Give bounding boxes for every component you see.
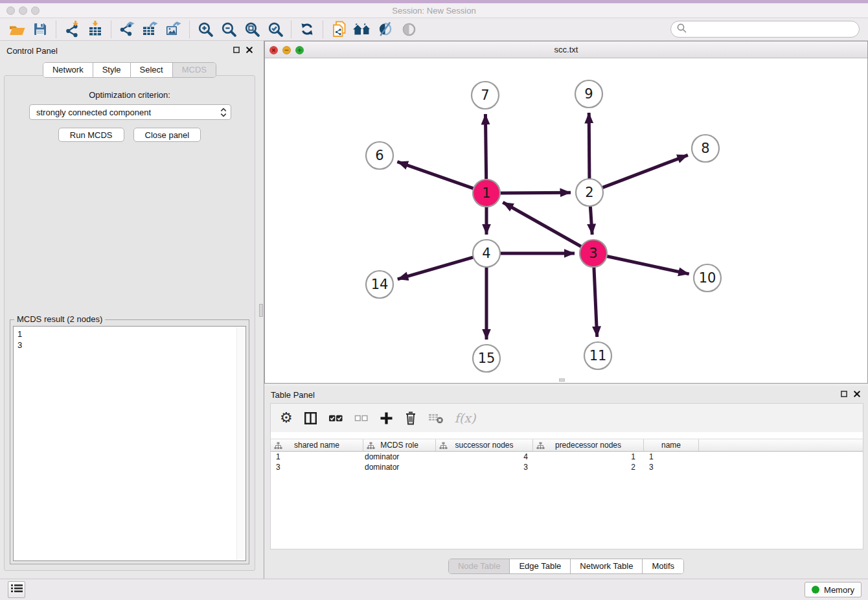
graph-edge-2-3[interactable]: [590, 205, 592, 235]
export-table-icon[interactable]: [139, 19, 162, 40]
function-builder-icon[interactable]: f(x): [455, 411, 476, 425]
search-input[interactable]: [691, 25, 853, 34]
run-mcds-button[interactable]: Run MCDS: [58, 128, 124, 142]
save-session-icon[interactable]: [29, 19, 52, 40]
graph-node-9[interactable]: 9: [575, 80, 602, 108]
apply-layout-icon[interactable]: [295, 19, 319, 40]
tab-network[interactable]: Network: [43, 63, 93, 77]
mcds-result-title: MCDS result (2 nodes): [14, 314, 105, 324]
cell-shared-name: 3: [271, 463, 363, 473]
mcds-panel: Optimization criterion: strongly connect…: [4, 75, 255, 571]
close-panel-icon[interactable]: [246, 47, 253, 53]
select-all-columns-icon[interactable]: [328, 411, 343, 425]
zoom-in-icon[interactable]: [194, 19, 217, 40]
tab-style[interactable]: Style: [93, 63, 130, 77]
graph-edge-3-10[interactable]: [606, 256, 689, 274]
open-session-icon[interactable]: [5, 19, 29, 40]
show-panels-menu-button[interactable]: [8, 581, 25, 598]
birds-eye-icon[interactable]: [397, 19, 420, 40]
graph-node-2[interactable]: 2: [576, 179, 603, 206]
result-scrollbar[interactable]: [236, 327, 245, 560]
svg-text:15: 15: [478, 351, 496, 366]
table-row[interactable]: 1dominator411: [271, 452, 863, 463]
column-header-shared-name[interactable]: shared name: [271, 439, 363, 451]
toolbar-separator: [323, 21, 323, 38]
close-panel-button[interactable]: Close panel: [133, 128, 201, 142]
criterion-select[interactable]: strongly connected component: [29, 104, 231, 120]
svg-text:1: 1: [482, 185, 490, 201]
hide-graphics-details-icon[interactable]: [374, 19, 397, 40]
node-table: ⚙f(x) shared nameMCDS rolesuccessor node…: [270, 403, 863, 549]
tab-motifs[interactable]: Motifs: [642, 559, 683, 573]
column-header-MCDS-role[interactable]: MCDS role: [363, 439, 436, 451]
network-window-titlebar[interactable]: scc.txt: [265, 41, 867, 58]
memory-button[interactable]: Memory: [805, 582, 862, 597]
tab-network-table[interactable]: Network Table: [570, 559, 642, 573]
column-header-name[interactable]: name: [644, 439, 699, 451]
zoom-out-icon[interactable]: [217, 19, 240, 40]
column-header-successor-nodes[interactable]: successor nodes: [436, 439, 533, 451]
graph-edge-3-1[interactable]: [503, 202, 582, 248]
memory-status-icon: [812, 586, 819, 594]
import-network-icon[interactable]: [60, 19, 84, 40]
clone-network-icon[interactable]: [327, 19, 350, 40]
tab-mcds[interactable]: MCDS: [172, 63, 216, 77]
graph-node-3[interactable]: 3: [580, 240, 607, 267]
graph-edge-1-6[interactable]: [397, 162, 475, 189]
search-icon: [677, 23, 687, 36]
graph-node-14[interactable]: 14: [366, 271, 393, 298]
graph-edge-4-14[interactable]: [398, 257, 475, 279]
graph-node-11[interactable]: 11: [584, 342, 611, 369]
graph-node-6[interactable]: 6: [366, 142, 393, 169]
float-panel-icon[interactable]: [841, 391, 847, 397]
column-header-predecessor-nodes[interactable]: predecessor nodes: [533, 439, 644, 451]
float-panel-icon[interactable]: [233, 47, 240, 53]
search-box[interactable]: [670, 21, 860, 38]
graph-node-15[interactable]: 15: [473, 345, 500, 372]
cell-shared-name: 1: [271, 452, 363, 463]
close-panel-icon[interactable]: [854, 391, 860, 397]
graph-edge-1-2[interactable]: [499, 192, 571, 193]
splitter-grip[interactable]: [259, 304, 263, 317]
graph-edge-3-11[interactable]: [594, 266, 597, 337]
export-image-icon[interactable]: [162, 19, 185, 40]
graph-node-1[interactable]: 1: [473, 179, 500, 207]
select-stepper-icon: [220, 108, 227, 117]
optimization-criterion-label: Optimization criterion:: [5, 90, 255, 100]
zoom-selected-icon[interactable]: [264, 19, 287, 40]
svg-text:8: 8: [701, 141, 709, 156]
graph-edge-1-7[interactable]: [485, 114, 486, 181]
graph-node-10[interactable]: 10: [694, 264, 721, 292]
mcds-result-textarea[interactable]: 13: [13, 326, 246, 561]
table-header-row: shared nameMCDS rolesuccessor nodesprede…: [271, 439, 863, 452]
titlebar: Session: New Session: [0, 3, 868, 18]
table-row[interactable]: 3dominator323: [271, 463, 863, 473]
graph-edge-2-8[interactable]: [601, 155, 688, 188]
show-column-icon[interactable]: [304, 411, 317, 425]
graph-node-7[interactable]: 7: [472, 82, 499, 109]
graph-edge-2-9[interactable]: [589, 113, 589, 180]
tab-select[interactable]: Select: [130, 63, 172, 77]
cell-name: 3: [644, 463, 699, 473]
delete-columns-icon[interactable]: [404, 411, 417, 425]
tab-edge-table[interactable]: Edge Table: [509, 559, 570, 573]
export-network-icon[interactable]: [115, 19, 139, 40]
graph-node-4[interactable]: 4: [473, 240, 500, 267]
zoom-fit-icon[interactable]: [240, 19, 264, 40]
toolbar-separator: [56, 21, 56, 38]
tab-node-table[interactable]: Node Table: [449, 559, 510, 573]
network-canvas[interactable]: 1234678910111415: [265, 59, 867, 383]
import-table-icon[interactable]: [84, 19, 107, 40]
table-options-icon[interactable]: ⚙: [280, 411, 293, 425]
application-window: Session: New Session Control Panel Netwo…: [0, 0, 868, 600]
delete-table-icon[interactable]: [428, 411, 444, 424]
canvas-resize-grip[interactable]: [559, 378, 565, 382]
home-icon[interactable]: [350, 19, 374, 40]
criterion-value: strongly connected component: [36, 108, 151, 117]
graph-node-8[interactable]: 8: [692, 135, 719, 162]
create-column-icon[interactable]: [380, 411, 393, 425]
unselect-all-columns-icon[interactable]: [354, 411, 369, 425]
network-graph[interactable]: 1234678910111415: [265, 59, 867, 384]
vertical-splitter[interactable]: [259, 41, 264, 579]
svg-text:11: 11: [589, 348, 607, 363]
